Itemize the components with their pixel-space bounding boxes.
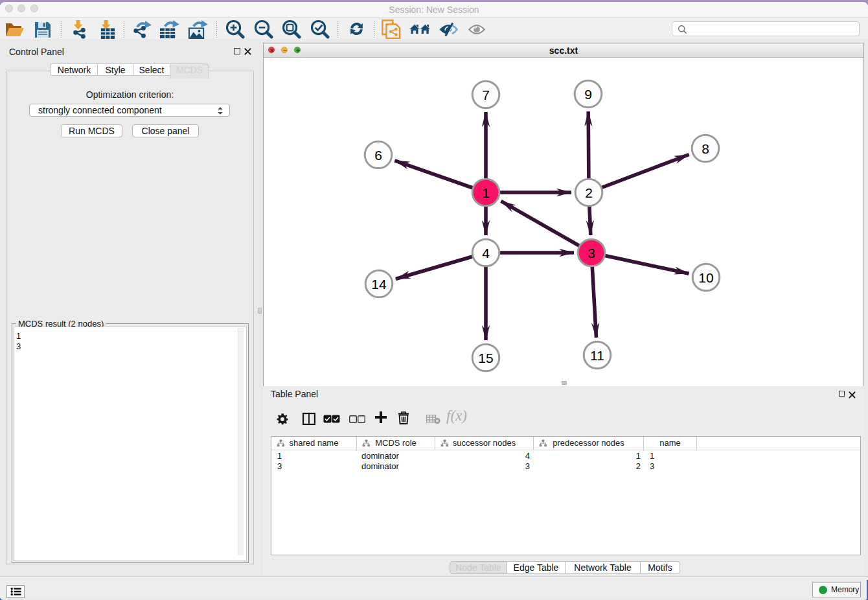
svg-text:7: 7 <box>482 87 490 102</box>
svg-text:10: 10 <box>698 270 713 285</box>
svg-text:11: 11 <box>590 348 604 363</box>
svg-text:15: 15 <box>478 351 493 365</box>
svg-text:9: 9 <box>584 87 592 102</box>
svg-text:8: 8 <box>702 141 709 156</box>
svg-text:4: 4 <box>482 246 490 260</box>
svg-text:14: 14 <box>371 277 387 292</box>
svg-text:2: 2 <box>585 185 593 200</box>
svg-text:6: 6 <box>374 148 382 163</box>
svg-text:3: 3 <box>588 246 595 260</box>
svg-text:1: 1 <box>482 185 490 200</box>
